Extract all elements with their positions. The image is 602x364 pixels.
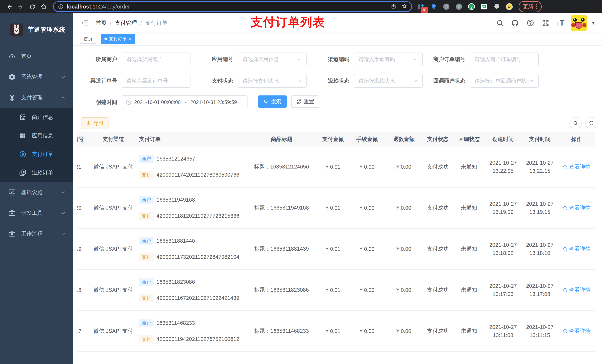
sidebar-item-系统管理[interactable]: 系统管理 xyxy=(0,67,73,87)
reload-button[interactable] xyxy=(28,3,36,11)
tag-home[interactable]: 首页 xyxy=(80,34,96,44)
puzzle-extension-icon[interactable] xyxy=(492,2,501,11)
help-icon[interactable] xyxy=(526,19,535,27)
cell-notify-status: 未通知 xyxy=(453,286,485,294)
sidebar-item-退款订单[interactable]: 退款订单 xyxy=(0,164,73,182)
browser-update-button[interactable]: 更新 xyxy=(519,1,542,12)
filter-item-应用编号: 应用编号请选择应用信息 xyxy=(194,52,307,66)
logo-bar[interactable]: 芋道管理系统 xyxy=(0,13,73,46)
filter-item-退款状态: 退款状态请选择退款状态 xyxy=(311,74,423,88)
breadcrumb-item[interactable]: 支付管理 xyxy=(115,19,137,27)
font-size-icon[interactable]: TT xyxy=(557,19,564,27)
sidebar-item-首页[interactable]: 首页 xyxy=(0,46,73,67)
date-range-input[interactable]: 2021-10-01 00:00:00 - 2021-10-31 23:59:5… xyxy=(122,95,247,109)
cell-pay-time: 13:19:15 xyxy=(521,208,558,216)
placeholder-text: 请选择所属商户 xyxy=(127,56,186,63)
table-toolbar: 导出 xyxy=(73,117,602,129)
cell-pay-date: 2021-10-27 xyxy=(521,323,558,331)
filter-select[interactable]: 请选择退款状态 xyxy=(354,74,423,88)
chevron-down-icon xyxy=(60,231,66,237)
apps-extension-icon[interactable]: 10 xyxy=(417,2,425,11)
cell-channel: 微信 JSAPI 支付 xyxy=(91,245,135,253)
table-row: 21 微信 JSAPI 支付 商户1635312124657 支付4200001… xyxy=(77,146,595,187)
share-icon[interactable] xyxy=(391,3,397,10)
filter-select[interactable]: 请输入渠道编码 xyxy=(354,52,423,66)
view-detail-link[interactable]: 查看详情 xyxy=(563,163,591,171)
view-detail-link[interactable]: 查看详情 xyxy=(563,204,591,212)
filter-label: 渠道订单号 xyxy=(78,77,122,84)
hamburger-icon[interactable] xyxy=(81,19,89,27)
sidebar-item-label: 支付管理 xyxy=(21,94,60,101)
cell-notify-status: 未通知 xyxy=(453,204,485,212)
chat-extension-icon[interactable] xyxy=(480,2,488,11)
sidebar-item-支付管理[interactable]: ¥支付管理 xyxy=(0,87,73,108)
sidebar-item-研发工具[interactable]: 研发工具 xyxy=(0,203,73,223)
table-row: 商户1635311451796 支付 xyxy=(77,352,595,364)
record-extension-icon[interactable] xyxy=(455,2,463,11)
date-start-value: 2021-10-01 00:00:00 xyxy=(134,100,181,105)
search-icon[interactable] xyxy=(496,19,504,27)
cell-pay-status: 支付成功 xyxy=(422,204,453,212)
sidebar-item-应用信息[interactable]: 应用信息 xyxy=(0,126,73,145)
clock-icon xyxy=(126,99,132,105)
forward-button[interactable] xyxy=(17,3,25,11)
table-column-header: 退款金额 xyxy=(386,135,422,143)
active-dot xyxy=(104,38,107,40)
cell-notify-status: 未通知 xyxy=(453,163,485,171)
breadcrumb-item[interactable]: 首页 xyxy=(96,19,107,27)
url-text: localhost:1024/pay/order xyxy=(67,3,391,10)
tag-pay-order[interactable]: 支付订单× xyxy=(101,34,135,44)
close-icon[interactable]: × xyxy=(129,37,131,41)
filter-input[interactable]: 请选择所属商户 xyxy=(122,52,191,66)
cell-title: 标题：1635312124656 xyxy=(246,163,317,171)
filter-select[interactable]: 请选择应用信息 xyxy=(238,52,307,66)
emoji-extension-icon[interactable] xyxy=(505,2,514,11)
cell-refund: ¥ 0.00 xyxy=(386,246,422,252)
search-button[interactable]: 搜索 xyxy=(258,95,287,108)
address-bar[interactable]: localhost:1024/pay/order xyxy=(53,1,412,12)
svg-text:⌘: ⌘ xyxy=(444,4,448,9)
sidebar-item-label: 首页 xyxy=(21,52,66,60)
filter-input[interactable]: 请输入渠道订单号 xyxy=(122,74,191,88)
view-detail-link[interactable]: 查看详情 xyxy=(563,286,591,294)
filter-input[interactable]: 请输入商户订单编号 xyxy=(470,52,539,66)
breadcrumb-separator: / xyxy=(110,20,111,26)
monitor-icon xyxy=(8,188,16,197)
filter-select[interactable]: 请选择支付状态 xyxy=(238,74,307,88)
browser-menu-icon[interactable] xyxy=(536,4,538,9)
home-button[interactable] xyxy=(40,3,48,11)
view-detail-link[interactable]: 查看详情 xyxy=(563,245,591,253)
filter-label: 支付状态 xyxy=(194,77,238,84)
filter-item-create-time: 创建时间 2021-10-01 00:00:00 - 2021-10-31 23… xyxy=(78,95,247,109)
cell-channel: 微信 JSAPI 支付 xyxy=(91,163,135,171)
sidebar-item-基础设施[interactable]: 基础设施 xyxy=(0,182,73,203)
bookmark-star-icon[interactable] xyxy=(401,3,407,10)
cell-fee: ¥ 0.00 xyxy=(349,287,386,293)
placeholder-text: 请选择订单回调商户状态 xyxy=(475,77,529,84)
cell-fee: ¥ 0.00 xyxy=(349,205,386,211)
reset-button[interactable]: 重置 xyxy=(291,95,319,108)
chevron-down-icon[interactable]: ▼ xyxy=(591,20,596,26)
github-icon[interactable] xyxy=(511,19,519,27)
orders-table: 编号支付渠道支付订单商品标题支付金额手续金额退款金额支付状态回调状态创建时间支付… xyxy=(77,132,602,364)
view-detail-link[interactable]: 查看详情 xyxy=(563,327,591,335)
table-column-header: 操作 xyxy=(558,135,595,143)
letter-y-extension-icon[interactable]: y xyxy=(467,2,476,11)
avatar[interactable] xyxy=(571,15,587,31)
sidebar-item-支付订单[interactable]: 支付订单 xyxy=(0,145,73,164)
export-button[interactable]: 导出 xyxy=(81,117,108,129)
sidebar-item-商户信息[interactable]: 商户信息 xyxy=(0,108,73,126)
back-button[interactable] xyxy=(5,3,13,11)
table-row: 18 微信 JSAPI 支付 商户1635311823086 支付4200001… xyxy=(77,270,595,311)
cell-fee: ¥ 0.00 xyxy=(349,246,386,252)
placeholder-text: 请输入渠道编码 xyxy=(359,56,413,63)
toggle-search-button[interactable] xyxy=(570,117,582,129)
sidebar-item-工作流程[interactable]: 工作流程 xyxy=(0,223,73,244)
filter-select[interactable]: 请选择订单回调商户状态 xyxy=(470,74,539,88)
command-extension-icon[interactable]: ⌘ xyxy=(442,2,451,11)
sidebar-item-label: 商户信息 xyxy=(32,114,66,121)
fullscreen-icon[interactable] xyxy=(541,19,550,27)
pin-extension-icon[interactable] xyxy=(430,2,438,11)
info-icon[interactable] xyxy=(58,4,64,10)
refresh-button[interactable] xyxy=(585,117,598,129)
